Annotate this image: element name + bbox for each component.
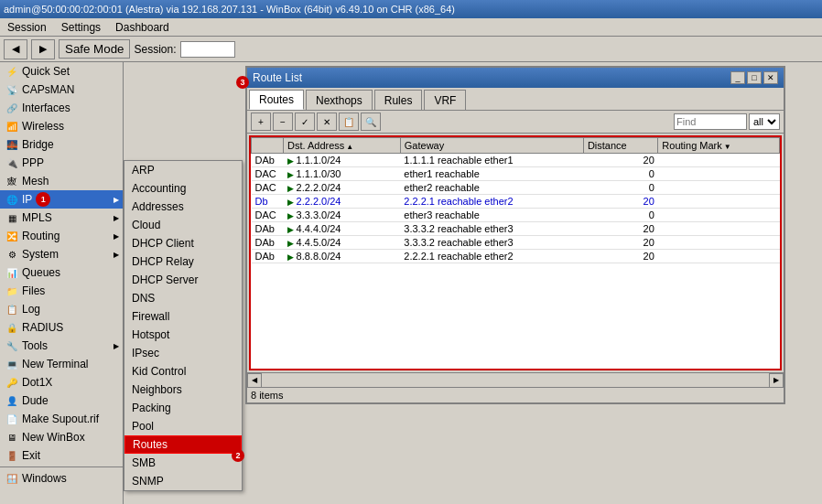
sidebar-item-routing[interactable]: 🔀 Routing ▶ [0, 227, 123, 245]
ip-badge: 1 [36, 192, 50, 207]
add-button[interactable]: + [251, 113, 271, 131]
make-supout-icon: 📄 [4, 412, 20, 426]
menu-dashboard[interactable]: Dashboard [112, 20, 173, 35]
cell-flags: DAb [252, 250, 284, 263]
table-row[interactable]: Db ▶ 2.2.2.0/24 2.2.2.1 reachable ether2… [252, 195, 780, 209]
tab-vrf[interactable]: VRF [424, 90, 466, 110]
minimize-button[interactable]: _ [730, 71, 745, 84]
sidebar-item-new-winbox[interactable]: 🖥 New WinBox [0, 428, 123, 446]
tab-nexthops[interactable]: Nexthops [306, 90, 373, 110]
submenu-smb[interactable]: SMB [124, 454, 242, 472]
route-table-container: Dst. Address▲ Gateway Distance Routing M… [249, 135, 782, 370]
mpls-icon: ▦ [4, 210, 20, 225]
sidebar-item-quick-set[interactable]: ⚡ Quick Set [0, 62, 123, 80]
sidebar-item-bridge[interactable]: 🌉 Bridge [0, 135, 123, 154]
submenu-accounting[interactable]: Accounting [124, 179, 242, 198]
submenu-firewall[interactable]: Firewall [124, 307, 242, 326]
cell-flags: DAC [252, 181, 284, 195]
submenu-pool[interactable]: Pool [124, 417, 242, 435]
sidebar-item-windows[interactable]: 🪟 Windows [0, 469, 123, 488]
back-button[interactable]: ◀ [4, 39, 27, 59]
submenu-arp[interactable]: ARP [124, 161, 242, 179]
horizontal-scrollbar[interactable]: ◀ ▶ [247, 372, 784, 387]
cell-flags: DAb [252, 222, 284, 236]
sidebar-item-capsman[interactable]: 📡 CAPsMAN [0, 80, 123, 99]
tab-rules[interactable]: Rules [374, 90, 423, 110]
sidebar-item-radius[interactable]: 🔒 RADIUS [0, 318, 123, 337]
submenu-dhcp-client[interactable]: DHCP Client [124, 234, 242, 252]
cell-distance: 0 [583, 181, 657, 195]
dot1x-icon: 🔑 [4, 375, 20, 390]
table-row[interactable]: DAC ▶ 2.2.2.0/24 ether2 reachable 0 [252, 181, 780, 195]
forward-button[interactable]: ▶ [31, 39, 55, 59]
submenu-packing[interactable]: Packing [124, 399, 242, 417]
scroll-right-button[interactable]: ▶ [769, 373, 784, 388]
table-row[interactable]: DAC ▶ 3.3.3.0/24 ether3 reachable 0 [252, 209, 780, 222]
col-distance[interactable]: Distance [583, 138, 657, 154]
submenu-snmp[interactable]: SNMP [124, 472, 242, 490]
cell-distance: 20 [583, 222, 657, 236]
maximize-button[interactable]: □ [747, 71, 762, 84]
sidebar-item-new-terminal[interactable]: 💻 New Terminal [0, 355, 123, 373]
routing-arrow: ▶ [114, 232, 119, 241]
cell-dst: ▶ 4.4.5.0/24 [284, 236, 401, 250]
sidebar-item-make-supout[interactable]: 📄 Make Supout.rif [0, 410, 123, 428]
routes-badge: 2 [232, 448, 244, 462]
submenu-dhcp-server[interactable]: DHCP Server [124, 271, 242, 289]
table-row[interactable]: DAb ▶ 8.8.8.0/24 2.2.2.1 reachable ether… [252, 250, 780, 263]
sidebar-item-system[interactable]: ⚙ System ▶ [0, 245, 123, 263]
sidebar-item-mesh[interactable]: 🕸 Mesh [0, 172, 123, 190]
sidebar-item-queues[interactable]: 📊 Queues [0, 263, 123, 282]
sidebar-item-ppp[interactable]: 🔌 PPP [0, 154, 123, 172]
cancel-button[interactable]: ✕ [317, 113, 337, 131]
cell-dst: ▶ 2.2.2.0/24 [284, 195, 401, 209]
find-select[interactable]: all [749, 113, 780, 130]
table-row[interactable]: DAC ▶ 1.1.1.0/30 ether1 reachable 0 [252, 167, 780, 181]
scroll-left-button[interactable]: ◀ [247, 373, 262, 388]
copy-button[interactable]: 📋 [339, 113, 359, 131]
filter-button[interactable]: 🔍 [361, 113, 381, 131]
sidebar-item-dude[interactable]: 👤 Dude [0, 391, 123, 410]
cell-gateway: 3.3.3.2 reachable ether3 [400, 236, 583, 250]
submenu-kid-control[interactable]: Kid Control [124, 362, 242, 381]
submenu-routes[interactable]: Routes [124, 435, 242, 454]
col-gateway[interactable]: Gateway [400, 138, 583, 154]
close-button[interactable]: ✕ [763, 71, 778, 84]
table-row[interactable]: DAb ▶ 4.4.5.0/24 3.3.3.2 reachable ether… [252, 236, 780, 250]
sidebar-item-ip[interactable]: 🌐 IP 1 ▶ [0, 190, 123, 209]
tab-routes[interactable]: Routes [249, 90, 304, 110]
sidebar-item-tools[interactable]: 🔧 Tools ▶ [0, 337, 123, 355]
sidebar-item-mpls[interactable]: ▦ MPLS ▶ [0, 209, 123, 227]
check-button[interactable]: ✓ [295, 113, 315, 131]
submenu-neighbors[interactable]: Neighbors [124, 381, 242, 399]
submenu-dhcp-relay[interactable]: DHCP Relay [124, 252, 242, 271]
sidebar-item-dot1x[interactable]: 🔑 Dot1X [0, 373, 123, 391]
ip-icon: 🌐 [4, 192, 20, 207]
route-list-window: Route List _ □ ✕ Routes Nexthops Rules V… [245, 66, 785, 404]
cell-gateway: 1.1.1.1 reachable ether1 [400, 154, 583, 167]
col-routing-mark[interactable]: Routing Mark▼ [658, 138, 780, 154]
submenu-dns[interactable]: DNS [124, 289, 242, 307]
tools-arrow: ▶ [114, 342, 119, 350]
menu-settings[interactable]: Settings [58, 20, 104, 35]
sidebar-item-exit[interactable]: 🚪 Exit [0, 446, 123, 465]
table-row[interactable]: DAb ▶ 1.1.1.0/24 1.1.1.1 reachable ether… [252, 154, 780, 167]
sidebar-item-wireless[interactable]: 📶 Wireless [0, 117, 123, 135]
submenu-hotspot[interactable]: Hotspot [124, 326, 242, 344]
col-dst-address[interactable]: Dst. Address▲ [284, 138, 401, 154]
submenu-ipsec[interactable]: IPsec [124, 344, 242, 362]
sidebar-item-files[interactable]: 📁 Files [0, 282, 123, 300]
menu-session[interactable]: Session [4, 20, 50, 35]
submenu-addresses[interactable]: Addresses [124, 198, 242, 216]
sidebar-item-interfaces[interactable]: 🔗 Interfaces [0, 99, 123, 117]
col-flags[interactable] [252, 138, 284, 154]
session-input[interactable] [180, 41, 235, 58]
submenu-cloud[interactable]: Cloud [124, 216, 242, 234]
sidebar-item-log[interactable]: 📋 Log [0, 300, 123, 318]
ip-arrow: ▶ [114, 196, 119, 204]
safe-mode-button[interactable]: Safe Mode [59, 39, 130, 59]
find-input[interactable] [674, 113, 747, 130]
table-row[interactable]: DAb ▶ 4.4.4.0/24 3.3.3.2 reachable ether… [252, 222, 780, 236]
remove-button[interactable]: − [273, 113, 293, 131]
mpls-arrow: ▶ [114, 214, 119, 222]
